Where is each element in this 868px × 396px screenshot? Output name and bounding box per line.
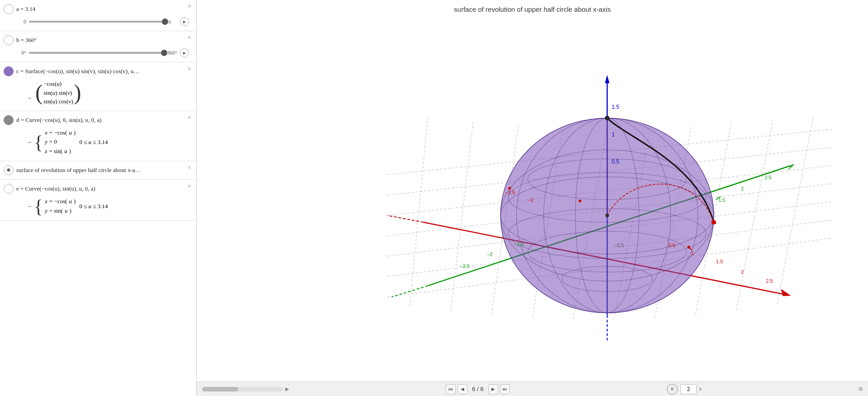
eq-d-y: y = 0: [45, 137, 75, 147]
canvas-area[interactable]: 1.5 1 0.5 −0.5 0.5 1 1.5 2 2.5 −2 −2.5 1…: [197, 13, 868, 382]
slider-b-min: 0°: [17, 50, 26, 56]
entry-text-label: surface of revolution of upper half circ…: [16, 167, 193, 174]
slider-a-track[interactable]: [29, 21, 165, 23]
x-label-15: 1.5: [716, 259, 723, 264]
y-label-neg2: −2: [487, 252, 493, 257]
slider-a-min: 0: [17, 19, 26, 25]
slider-a-max: π: [168, 19, 177, 25]
right-panel: surface of revolution of upper half circ…: [197, 0, 868, 396]
nav-first-button[interactable]: ⏮: [446, 384, 456, 394]
speed-input[interactable]: [680, 384, 697, 394]
slider-b-max: 360°: [167, 50, 177, 56]
entry-c-close[interactable]: ×: [185, 65, 193, 73]
pause-button[interactable]: ⏸: [667, 384, 678, 395]
left-panel: a = 3.14 × 0 π ▶ b = 360° × 0°: [0, 0, 197, 396]
entry-a: a = 3.14 × 0 π ▶: [0, 0, 196, 31]
x-label-neg25: −2.5: [505, 190, 515, 195]
x-label-1: 1: [691, 251, 694, 256]
entry-b-icon: [4, 35, 14, 45]
scrollbar-thumb[interactable]: [202, 387, 238, 391]
entry-e-icon: [4, 184, 14, 194]
entry-c-icon: [4, 66, 14, 76]
eq-e-x: x = −cos(u): [45, 197, 75, 206]
y-axis-neg: [392, 286, 428, 297]
eq-d-z: z = sin(u): [45, 147, 75, 156]
matrix-c-row3: sin(u) cos(v): [43, 97, 73, 106]
z-axis-arrow: [605, 75, 609, 83]
entry-b-close[interactable]: ×: [185, 34, 193, 42]
entry-d-icon: [4, 115, 14, 125]
y-label-neg25: −2.5: [460, 263, 470, 269]
entry-c-label: c = Surface(−cos(u), sin(u) sin(v), sin(…: [16, 68, 193, 75]
x-tick-dot-neg2: [508, 187, 511, 190]
eq-e-y: y = sin(u): [45, 206, 75, 216]
z-label-neg05: −0.5: [614, 242, 624, 248]
nav-next-button[interactable]: ▶: [488, 384, 498, 394]
matrix-c-row1: −cos(u): [43, 79, 61, 89]
z-label-05: 0.5: [612, 158, 619, 165]
z-label-pos: 1.5: [612, 104, 619, 110]
svg-line-16: [777, 116, 813, 303]
eq-e-domain: 0 ≤ u ≤ 3.14: [79, 203, 108, 210]
nav-controls: ⏮ ◀ 6 / 6 ▶ ⏭: [446, 384, 509, 394]
play-b-button[interactable]: ▶: [180, 48, 189, 57]
x-label-25: 2.5: [766, 278, 773, 284]
z-label-1: 1: [612, 131, 615, 138]
nav-last-button[interactable]: ⏭: [500, 384, 510, 394]
entry-e-close[interactable]: ×: [185, 182, 193, 191]
sphere-point-top: [605, 116, 609, 120]
eq-d-domain: 0 ≤ u ≤ 3.14: [79, 139, 108, 146]
entry-text-icon: ☻: [4, 165, 14, 175]
y-label-2: 2: [741, 186, 744, 191]
eq-d-x: x = −cos(u): [45, 128, 75, 138]
speed-label: s: [699, 386, 702, 392]
x-tick-dot-2: [688, 246, 690, 248]
playback-controls: ⏸ s: [667, 384, 702, 395]
entry-e-label: e = Curve(−cos(u), sin(u), u, 0, a): [16, 185, 193, 192]
sphere-center: [605, 214, 609, 217]
bottom-bar: ▶ ⏮ ◀ 6 / 6 ▶ ⏭ ⏸ s ⊞: [197, 382, 868, 396]
entry-a-label: a = 3.14: [16, 5, 193, 13]
x-label-05: 0.5: [669, 242, 675, 248]
entry-b: b = 360° × 0° 360° ▶: [0, 31, 196, 62]
entry-c: c = Surface(−cos(u), sin(u) sin(v), sin(…: [0, 62, 196, 111]
entry-a-close[interactable]: ×: [185, 3, 193, 11]
x-tick-dot-1: [712, 221, 715, 224]
y-label-25: 2.5: [764, 175, 771, 180]
play-a-button[interactable]: ▶: [180, 17, 189, 26]
bottom-scrollbar-area: ▶: [202, 386, 289, 392]
page-indicator: 6 / 6: [469, 386, 486, 392]
x-label-neg2: −2: [528, 197, 533, 203]
y-label-neg15: −1.5: [514, 242, 524, 247]
svg-line-8: [451, 120, 473, 310]
scroll-arrow[interactable]: ▶: [285, 386, 289, 392]
entry-e: e = Curve(−cos(u), sin(u), u, 0, a) × → …: [0, 180, 196, 221]
x-tick-dot-neg: [579, 200, 581, 202]
slider-b-track[interactable]: [29, 52, 164, 54]
entry-d-equations: → { x = −cos(u) y = 0 z = sin(u) 0 ≤ u ≤…: [4, 126, 193, 158]
corner-resize-icon: ⊞: [859, 386, 863, 392]
3d-visualization[interactable]: 1.5 1 0.5 −0.5 0.5 1 1.5 2 2.5 −2 −2.5 1…: [197, 13, 868, 382]
entry-text-close[interactable]: ×: [185, 164, 193, 172]
y-label-15: 1.5: [718, 197, 725, 203]
svg-line-7: [410, 116, 428, 306]
entry-e-equations: → { x = −cos(u) y = sin(u) 0 ≤ u ≤ 3.14: [4, 195, 193, 218]
slider-b-thumb[interactable]: [161, 50, 167, 56]
entry-d-label: d = Curve(−cos(u), 0, sin(u), u, 0, a): [16, 116, 193, 124]
slider-a-thumb[interactable]: [162, 19, 168, 25]
entry-d: d = Curve(−cos(u), 0, sin(u), u, 0, a) ×…: [0, 111, 196, 161]
nav-prev-button[interactable]: ◀: [458, 384, 467, 394]
matrix-c-row2: sin(u) sin(v): [43, 89, 72, 98]
chart-title: surface of revolution of upper half circ…: [197, 0, 868, 13]
entry-b-label: b = 360°: [16, 37, 193, 44]
entry-text: ☻ surface of revolution of upper half ci…: [0, 161, 196, 180]
x-label-2: 2: [741, 269, 744, 275]
entry-c-matrix: → ( −cos(u) sin(u) sin(v) sin(u) cos(v) …: [4, 78, 193, 108]
entry-a-icon: [4, 4, 14, 14]
horizontal-scrollbar[interactable]: [202, 387, 283, 391]
x-axis-arrow: [781, 289, 791, 296]
entry-d-close[interactable]: ×: [185, 114, 193, 122]
